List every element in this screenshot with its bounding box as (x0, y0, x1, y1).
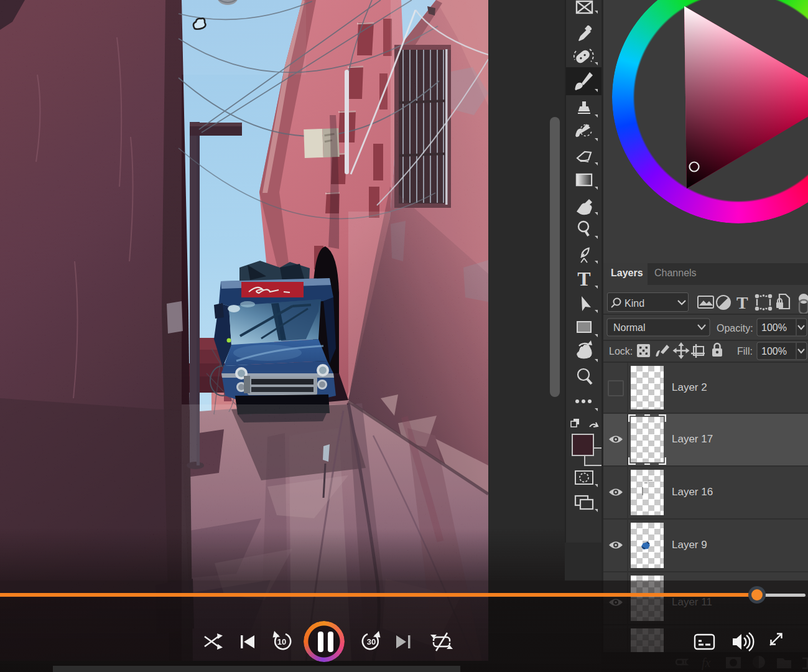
svg-text:30: 30 (367, 637, 376, 646)
svg-text:100%: 100% (761, 346, 787, 357)
svg-text:T: T (577, 268, 590, 290)
svg-text:Fill:: Fill: (737, 346, 753, 357)
svg-text:Opacity:: Opacity: (717, 323, 753, 334)
svg-text:Normal: Normal (613, 322, 646, 333)
svg-text:Kind: Kind (625, 298, 644, 309)
svg-text:10: 10 (277, 637, 286, 646)
svg-text:Lock:: Lock: (609, 346, 633, 357)
svg-text:100%: 100% (761, 322, 787, 333)
svg-text:T: T (736, 293, 748, 312)
